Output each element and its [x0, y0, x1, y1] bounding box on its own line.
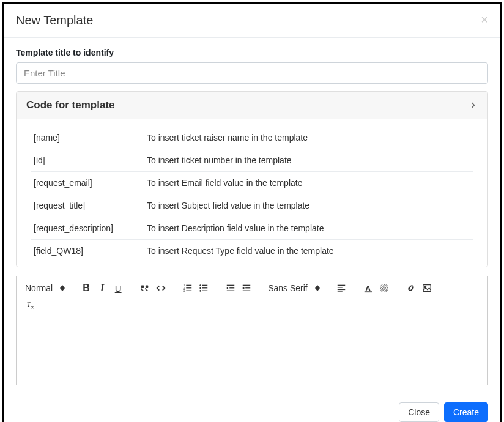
- table-row: [name] To insert ticket raiser name in t…: [31, 127, 473, 149]
- code-desc: To insert Subject field value in the tem…: [147, 201, 470, 210]
- svg-rect-24: [337, 287, 342, 287]
- modal-header: New Template ×: [4, 4, 500, 38]
- svg-rect-28: [364, 291, 371, 292]
- image-button[interactable]: [419, 280, 435, 296]
- code-key: [request_email]: [34, 178, 147, 188]
- ordered-list-button[interactable]: 123: [180, 280, 196, 296]
- svg-rect-13: [202, 291, 207, 291]
- svg-rect-7: [186, 291, 191, 291]
- heading-select[interactable]: Normal: [23, 280, 67, 296]
- code-desc: To insert Description field value in the…: [147, 223, 470, 233]
- close-button[interactable]: Close: [399, 402, 439, 422]
- chevron-right-icon: [469, 101, 478, 109]
- svg-text:3: 3: [183, 289, 185, 292]
- svg-point-10: [199, 287, 201, 289]
- code-key: [name]: [34, 133, 147, 143]
- table-row: [request_email] To insert Email field va…: [31, 172, 473, 194]
- accordion-title: Code for template: [26, 99, 115, 111]
- code-key: [id]: [34, 155, 147, 165]
- editor-content-area[interactable]: [17, 317, 487, 385]
- code-desc: To insert ticket number in the template: [147, 155, 470, 165]
- font-select[interactable]: Sans Serif: [265, 280, 322, 296]
- font-select-label: Sans Serif: [268, 283, 308, 293]
- table-row: [field_QW18] To insert Request Type fiel…: [31, 240, 473, 262]
- svg-rect-21: [245, 287, 250, 288]
- svg-rect-18: [243, 285, 250, 286]
- table-row: [request_description] To insert Descript…: [31, 217, 473, 240]
- bold-button[interactable]: B: [78, 280, 94, 296]
- underline-button[interactable]: U: [110, 280, 126, 296]
- outdent-button[interactable]: [223, 280, 239, 296]
- remove-format-button[interactable]: T✕: [23, 297, 39, 313]
- blockquote-button[interactable]: [137, 280, 153, 296]
- svg-point-12: [199, 290, 201, 292]
- svg-rect-5: [186, 287, 191, 288]
- svg-rect-25: [337, 289, 344, 290]
- svg-text:✕: ✕: [31, 305, 34, 310]
- modal-title: New Template: [16, 13, 93, 28]
- svg-rect-1: [146, 286, 148, 288]
- code-accordion: Code for template [name] To insert ticke…: [16, 91, 488, 267]
- close-icon[interactable]: ×: [481, 13, 488, 26]
- svg-rect-0: [141, 286, 144, 288]
- svg-rect-3: [186, 285, 191, 286]
- new-template-modal: New Template × Template title to identif…: [2, 2, 502, 422]
- create-button[interactable]: Create: [444, 402, 488, 422]
- svg-point-8: [199, 284, 201, 286]
- heading-select-label: Normal: [25, 283, 53, 293]
- svg-rect-22: [243, 291, 250, 291]
- table-row: [request_title] To insert Subject field …: [31, 194, 473, 217]
- italic-button[interactable]: I: [94, 280, 110, 296]
- svg-rect-17: [227, 291, 234, 291]
- accordion-header[interactable]: Code for template: [17, 92, 487, 119]
- code-desc: To insert Request Type field value in th…: [147, 246, 470, 256]
- text-color-button[interactable]: A: [360, 280, 376, 296]
- code-block-button[interactable]: [153, 280, 169, 296]
- svg-rect-23: [337, 285, 344, 286]
- rich-text-editor: Normal B I U: [16, 276, 488, 385]
- code-key: [request_description]: [34, 223, 147, 233]
- svg-text:A: A: [382, 284, 387, 292]
- code-table: [name] To insert ticket raiser name in t…: [17, 119, 487, 267]
- code-desc: To insert ticket raiser name in the temp…: [147, 133, 470, 143]
- svg-rect-16: [229, 287, 234, 288]
- svg-rect-14: [227, 285, 234, 286]
- code-key: [request_title]: [34, 201, 147, 210]
- svg-rect-11: [202, 287, 207, 288]
- table-row: [id] To insert ticket number in the temp…: [31, 149, 473, 172]
- code-key: [field_QW18]: [34, 246, 147, 256]
- link-button[interactable]: [403, 280, 419, 296]
- svg-rect-9: [202, 285, 207, 286]
- svg-marker-15: [227, 287, 229, 289]
- svg-rect-26: [337, 291, 342, 292]
- svg-text:A: A: [365, 284, 371, 292]
- modal-footer: Close Create: [4, 395, 500, 422]
- title-label: Template title to identify: [16, 48, 488, 57]
- background-color-button[interactable]: A: [376, 280, 392, 296]
- caret-icon: [60, 285, 65, 291]
- unordered-list-button[interactable]: [196, 280, 212, 296]
- editor-toolbar: Normal B I U: [17, 276, 487, 317]
- caret-icon: [315, 285, 320, 291]
- modal-body: Template title to identify Code for temp…: [4, 38, 500, 395]
- align-button[interactable]: [333, 280, 349, 296]
- template-title-input[interactable]: [16, 62, 488, 84]
- code-desc: To insert Email field value in the templ…: [147, 178, 470, 188]
- indent-button[interactable]: [239, 280, 254, 296]
